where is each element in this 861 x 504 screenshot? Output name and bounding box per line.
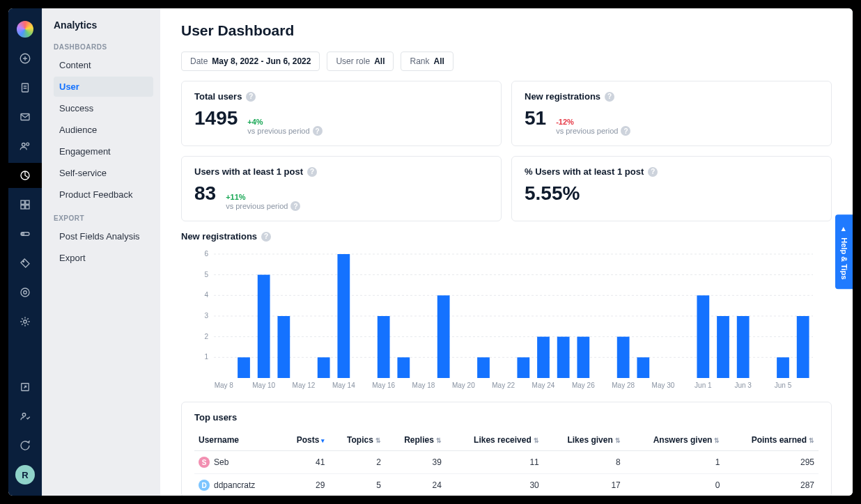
col-topics[interactable]: Topics⇅ bbox=[329, 430, 385, 451]
svg-rect-3 bbox=[22, 84, 29, 92]
sidebar-item-audience[interactable]: Audience bbox=[54, 120, 153, 140]
toggle-icon[interactable] bbox=[8, 221, 42, 246]
chart-bar[interactable] bbox=[437, 295, 450, 378]
cell-likes_received: 30 bbox=[446, 474, 543, 496]
cell-topics: 2 bbox=[329, 451, 385, 474]
user-check-icon[interactable] bbox=[8, 404, 42, 429]
col-posts[interactable]: Posts▾ bbox=[281, 430, 329, 451]
chart-bar[interactable] bbox=[378, 316, 390, 378]
help-tips-tab[interactable]: ▴ Help & Tips bbox=[835, 214, 853, 289]
sidebar-item-success[interactable]: Success bbox=[54, 98, 153, 118]
chart-bar[interactable] bbox=[637, 357, 649, 378]
stat-total-users-delta: +4% bbox=[247, 118, 263, 126]
filter-date[interactable]: Date May 8, 2022 - Jun 6, 2022 bbox=[181, 52, 320, 71]
col-likes-received[interactable]: Likes received⇅ bbox=[446, 430, 543, 451]
help-icon[interactable]: ? bbox=[648, 167, 658, 177]
chart-bar[interactable] bbox=[277, 316, 290, 378]
svg-text:Jun 5: Jun 5 bbox=[775, 381, 792, 389]
svg-text:May 22: May 22 bbox=[492, 381, 515, 389]
chart-bar[interactable] bbox=[617, 337, 630, 378]
cell-points_earned: 295 bbox=[724, 451, 819, 474]
chart-bar[interactable] bbox=[397, 357, 410, 378]
svg-text:5: 5 bbox=[204, 271, 208, 278]
puzzle-icon[interactable] bbox=[8, 280, 42, 305]
sidebar-item-export[interactable]: Export bbox=[54, 248, 153, 268]
chart-bar[interactable] bbox=[318, 357, 330, 378]
help-icon[interactable]: ? bbox=[290, 201, 300, 211]
chart-bar[interactable] bbox=[477, 357, 490, 378]
tag-icon[interactable] bbox=[8, 251, 42, 276]
chart-bar[interactable] bbox=[537, 337, 550, 378]
cell-replies: 39 bbox=[385, 451, 446, 474]
doc-icon[interactable] bbox=[8, 75, 42, 100]
chart-bar[interactable] bbox=[238, 357, 250, 378]
chart-bar[interactable] bbox=[337, 254, 350, 378]
help-icon[interactable]: ? bbox=[307, 167, 317, 177]
filter-bar: Date May 8, 2022 - Jun 6, 2022 User role… bbox=[181, 52, 832, 71]
main-content: User Dashboard Date May 8, 2022 - Jun 6,… bbox=[160, 8, 853, 496]
chart-bar[interactable] bbox=[517, 357, 529, 378]
icon-rail: R bbox=[8, 8, 42, 496]
help-icon[interactable]: ? bbox=[261, 232, 271, 242]
help-icon[interactable]: ? bbox=[246, 92, 256, 102]
help-icon[interactable]: ? bbox=[621, 126, 630, 136]
table-row[interactable]: Dddpancratz2952430170287 bbox=[194, 474, 819, 496]
col-answers-given[interactable]: Answers given⇅ bbox=[625, 430, 724, 451]
cell-posts: 29 bbox=[281, 474, 329, 496]
stat-total-users-value: 1495 bbox=[194, 107, 238, 129]
chart-bar[interactable] bbox=[777, 357, 789, 378]
filter-user-role[interactable]: User role All bbox=[327, 52, 394, 71]
filter-role-value: All bbox=[374, 56, 385, 66]
sidebar: Analytics DASHBOARDS ContentUserSuccessA… bbox=[42, 8, 160, 496]
cell-likes_received: 11 bbox=[446, 451, 543, 474]
user-avatar-icon: D bbox=[199, 480, 210, 491]
col-username[interactable]: Username bbox=[194, 430, 281, 451]
sidebar-item-post-fields-analysis[interactable]: Post Fields Analysis bbox=[54, 226, 153, 246]
sort-icon: ⇅ bbox=[436, 437, 442, 444]
sidebar-item-user[interactable]: User bbox=[54, 77, 153, 97]
mail-icon[interactable] bbox=[8, 104, 42, 129]
sidebar-heading-dashboards: DASHBOARDS bbox=[54, 43, 153, 51]
help-icon[interactable]: ? bbox=[605, 92, 614, 102]
svg-text:3: 3 bbox=[204, 312, 208, 320]
svg-point-16 bbox=[23, 261, 24, 262]
col-points-earned[interactable]: Points earned⇅ bbox=[724, 430, 819, 451]
col-replies[interactable]: Replies⇅ bbox=[385, 430, 446, 451]
sidebar-heading-export: EXPORT bbox=[54, 214, 153, 222]
help-icon[interactable]: ? bbox=[313, 126, 323, 136]
cell-topics: 5 bbox=[329, 474, 385, 496]
chart-bar[interactable] bbox=[797, 316, 809, 378]
avatar[interactable]: R bbox=[8, 462, 42, 487]
chart-bar[interactable] bbox=[557, 337, 570, 378]
sidebar-title: Analytics bbox=[54, 19, 153, 31]
chart-bar[interactable] bbox=[717, 316, 729, 378]
stat-total-users: Total users? 1495 +4% vs previous period… bbox=[181, 81, 502, 146]
sort-icon: ⇅ bbox=[714, 437, 720, 444]
create-icon[interactable] bbox=[8, 46, 42, 71]
col-likes-given[interactable]: Likes given⇅ bbox=[543, 430, 625, 451]
stat-new-regs-delta: -12% bbox=[556, 118, 574, 126]
chart-bar[interactable] bbox=[737, 316, 750, 378]
table-row[interactable]: SSeb412391181295 bbox=[194, 451, 819, 474]
chart-bar[interactable] bbox=[577, 337, 589, 378]
svg-point-19 bbox=[24, 320, 27, 324]
sidebar-item-self-service[interactable]: Self-service bbox=[54, 163, 153, 183]
filter-rank[interactable]: Rank All bbox=[401, 52, 453, 71]
sidebar-item-product-feedback[interactable]: Product Feedback bbox=[54, 184, 153, 205]
users-icon[interactable] bbox=[8, 134, 42, 159]
gear-icon[interactable] bbox=[8, 309, 42, 334]
chat-icon[interactable] bbox=[8, 433, 42, 458]
chart-bar[interactable] bbox=[697, 295, 709, 378]
chart-bar[interactable] bbox=[258, 275, 270, 378]
analytics-icon[interactable] bbox=[8, 163, 42, 188]
sidebar-item-engagement[interactable]: Engagement bbox=[54, 141, 153, 162]
cell-answers_given: 1 bbox=[625, 451, 724, 474]
sidebar-item-content[interactable]: Content bbox=[54, 55, 153, 75]
grid-icon[interactable] bbox=[8, 192, 42, 217]
cell-replies: 24 bbox=[385, 474, 446, 496]
external-icon[interactable] bbox=[8, 375, 42, 400]
svg-text:May 8: May 8 bbox=[215, 381, 234, 389]
brand-logo[interactable] bbox=[8, 17, 42, 42]
page-title: User Dashboard bbox=[181, 22, 832, 39]
chart-new-registrations: New registrations? 123456May 8May 10May … bbox=[181, 231, 832, 395]
